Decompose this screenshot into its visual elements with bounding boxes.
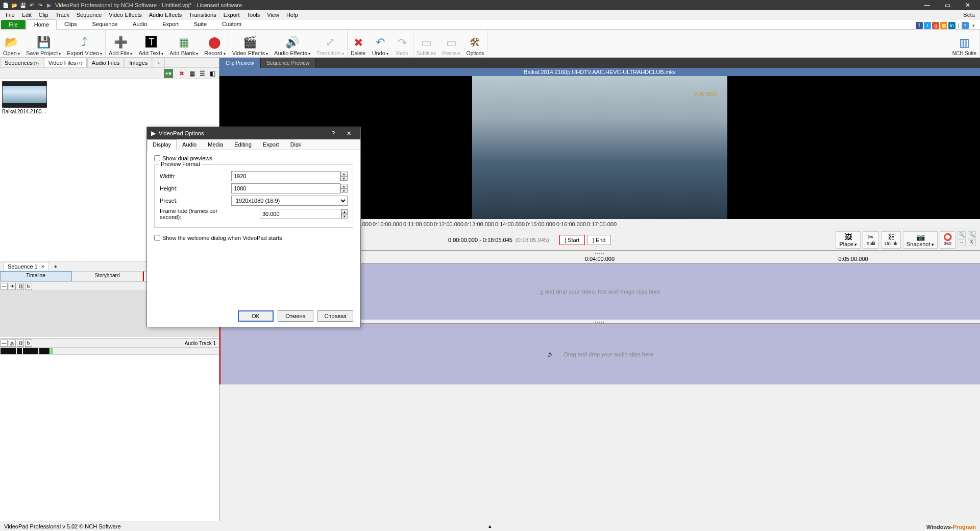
google-plus-icon[interactable]: g <box>932 22 939 29</box>
ribbon-tab-custom[interactable]: Custom <box>214 19 249 29</box>
audio-effects-button[interactable]: 🔊Audio Effects▾ <box>271 30 313 57</box>
menu-tools[interactable]: Tools <box>243 12 264 18</box>
transition-button[interactable]: ⤢Transition▾ <box>313 30 347 57</box>
twitter-icon[interactable]: t <box>924 22 931 29</box>
qat-open-icon[interactable]: 📂 <box>11 2 18 9</box>
qat-save-icon[interactable]: 💾 <box>19 2 27 9</box>
menu-video-effects[interactable]: Video Effects <box>105 12 145 18</box>
ribbon-tab-export[interactable]: Export <box>155 19 186 29</box>
tab-audio-files[interactable]: Audio Files <box>87 58 124 67</box>
options-button[interactable]: 🛠Options <box>463 30 487 57</box>
timeline-view-button[interactable]: Timeline <box>0 271 71 281</box>
spin-down-icon[interactable]: ▾ <box>340 188 348 193</box>
options-tab-export[interactable]: Export <box>257 139 285 150</box>
add-blank-button[interactable]: ▦Add Blank▾ <box>166 30 201 57</box>
view-thumbs-icon[interactable]: ▦ <box>187 69 197 78</box>
dialog-help-icon[interactable]: ? <box>326 130 341 137</box>
unlink-button[interactable]: ⛓Unlink <box>881 231 901 249</box>
save-project-button[interactable]: 💾Save Project▾ <box>23 30 64 57</box>
sequence-preview-tab[interactable]: Sequence Preview <box>261 58 316 68</box>
close-button[interactable]: ✕ <box>958 0 978 10</box>
fps-input[interactable] <box>260 209 341 219</box>
menu-file[interactable]: File <box>2 12 18 18</box>
add-sequence-button[interactable]: + <box>51 263 60 270</box>
snapshot-button[interactable]: 📷Snapshot ▾ <box>903 231 938 249</box>
place-button[interactable]: 🖼Place ▾ <box>836 231 861 249</box>
delete-button[interactable]: ✖Delete <box>348 30 369 57</box>
ribbon-tab-home[interactable]: Home <box>27 19 57 30</box>
ribbon-tab-suite[interactable]: Suite <box>186 19 214 29</box>
nch-suite-button[interactable]: ▥NCH Suite <box>949 30 979 57</box>
delete-media-icon[interactable]: ✖ <box>177 69 186 78</box>
options-tab-media[interactable]: Media <box>202 139 229 150</box>
open-button[interactable]: 📂Open▾ <box>0 30 23 57</box>
undo-button[interactable]: ↶Undo▾ <box>369 30 391 57</box>
spin-up-icon[interactable]: ▴ <box>341 209 348 214</box>
expand-icon[interactable]: ▴ <box>488 523 492 529</box>
menu-export[interactable]: Export <box>220 12 243 18</box>
menu-track[interactable]: Track <box>52 12 73 18</box>
dialog-close-icon[interactable]: ✕ <box>341 130 356 137</box>
expand-icon[interactable]: — <box>1 340 8 347</box>
spin-down-icon[interactable]: ▾ <box>341 214 348 219</box>
record-button[interactable]: ⬤Record▾ <box>201 30 228 57</box>
layout-icon[interactable]: ◧ <box>208 69 217 78</box>
maximize-button[interactable]: ▭ <box>937 0 958 10</box>
set-start-button[interactable]: [ Start <box>559 235 585 245</box>
dialog-titlebar[interactable]: ▶ VideoPad Options ? ✕ <box>147 127 360 139</box>
tab-sequences[interactable]: Sequences(1) <box>0 58 43 67</box>
menu-clip[interactable]: Clip <box>35 12 52 18</box>
redo-button[interactable]: ↷Redo <box>391 30 413 57</box>
zoom-marker-icon[interactable]: ⇱ <box>968 239 976 246</box>
fx-icon[interactable]: fx <box>25 340 32 347</box>
view-list-icon[interactable]: ☰ <box>198 69 207 78</box>
menu-view[interactable]: View <box>263 12 283 18</box>
cancel-button[interactable]: Отмена <box>278 310 313 322</box>
zoom-out-icon[interactable]: 🔍 <box>968 231 976 238</box>
sequence-tab-1[interactable]: Sequence 1 × <box>3 262 49 271</box>
add-media-icon[interactable]: +▾ <box>164 69 173 78</box>
clip-preview-tab[interactable]: Clip Preview <box>219 58 261 68</box>
preview-button[interactable]: ▭Preview <box>439 30 463 57</box>
tab-video-files[interactable]: Video Files(1) <box>44 58 87 67</box>
ribbon-tab-clips[interactable]: Clips <box>57 19 84 29</box>
fx-icon[interactable]: fx <box>25 283 32 290</box>
options-tab-audio[interactable]: Audio <box>177 139 202 150</box>
subtitles-button[interactable]: ▭Subtitles <box>413 30 439 57</box>
set-end-button[interactable]: ] End <box>587 235 611 245</box>
ribbon-tab-sequence[interactable]: Sequence <box>85 19 126 29</box>
spin-down-icon[interactable]: ▾ <box>340 176 348 181</box>
zoom-fit-icon[interactable]: ↔ <box>958 239 966 246</box>
menu-transitions[interactable]: Transitions <box>185 12 219 18</box>
help-icon[interactable]: ? <box>962 22 969 29</box>
lock-icon[interactable]: ⛓ <box>17 340 24 347</box>
height-input[interactable] <box>231 183 340 194</box>
spin-up-icon[interactable]: ▴ <box>340 184 348 188</box>
ribbon-tab-audio[interactable]: Audio <box>125 19 155 29</box>
360-button[interactable]: ⭕360 <box>940 231 955 249</box>
media-thumbnail[interactable]: Baikal.2014.2160p.U... <box>2 81 48 259</box>
preset-select[interactable]: 1920x1080 (16:9) <box>231 196 348 206</box>
visible-icon[interactable]: 👁 <box>9 283 16 290</box>
menu-help[interactable]: Help <box>283 12 302 18</box>
facebook-icon[interactable]: f <box>916 22 923 29</box>
width-input[interactable] <box>231 171 340 181</box>
qat-undo-icon[interactable]: ↶ <box>28 2 35 9</box>
add-file-button[interactable]: ➕Add File▾ <box>106 30 135 57</box>
help-button[interactable]: Справка <box>317 310 353 322</box>
add-text-button[interactable]: 🆃Add Text▾ <box>135 30 166 57</box>
video-effects-button[interactable]: 🎬Video Effects▾ <box>229 30 271 57</box>
close-sequence-icon[interactable]: × <box>41 263 44 270</box>
tab-add[interactable]: + <box>153 58 165 67</box>
tab-images[interactable]: Images <box>125 58 152 67</box>
spin-up-icon[interactable]: ▴ <box>340 172 348 176</box>
ok-button[interactable]: OK <box>238 310 274 322</box>
welcome-dialog-checkbox[interactable]: Show the welcome dialog when VideoPad st… <box>154 235 353 241</box>
expand-icon[interactable]: — <box>1 283 8 290</box>
options-tab-editing[interactable]: Editing <box>229 139 257 150</box>
menu-sequence[interactable]: Sequence <box>73 12 106 18</box>
ribbon-tab-file[interactable]: File <box>1 20 26 29</box>
export-video-button[interactable]: ⤴Export Video▾ <box>64 30 105 57</box>
rss-icon[interactable]: ▦ <box>940 22 947 29</box>
lock-icon[interactable]: ⛓ <box>17 283 24 290</box>
